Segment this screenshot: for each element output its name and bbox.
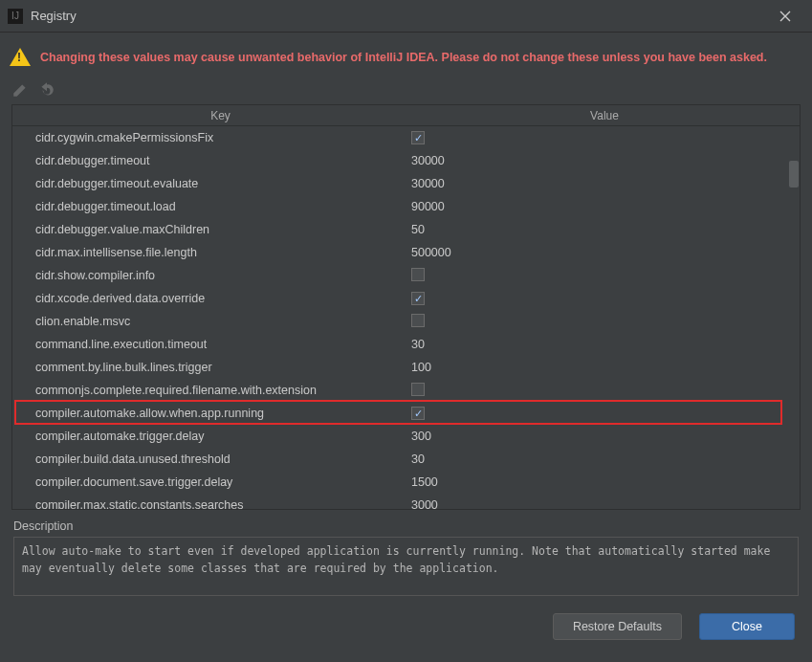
- registry-key: compiler.max.static.constants.searches: [32, 498, 409, 509]
- registry-key: compiler.build.data.unused.threshold: [32, 452, 409, 466]
- registry-key: cidr.cygwin.cmakePermissionsFix: [32, 131, 409, 144]
- registry-value[interactable]: [409, 268, 800, 284]
- checkbox[interactable]: [411, 268, 425, 281]
- table-row[interactable]: cidr.debugger.timeout.load90000: [12, 195, 800, 218]
- column-key[interactable]: Key: [32, 109, 409, 122]
- warning-bar: Changing these values may cause unwanted…: [6, 42, 806, 79]
- close-icon: [779, 11, 791, 22]
- table-row[interactable]: cidr.xcode.derived.data.override: [12, 287, 800, 310]
- table-row[interactable]: cidr.debugger.value.maxChildren50: [12, 218, 800, 241]
- checkbox[interactable]: [411, 131, 425, 144]
- registry-value[interactable]: [409, 314, 800, 330]
- table-row[interactable]: cidr.cygwin.cmakePermissionsFix: [12, 126, 800, 149]
- window-title: Registry: [31, 9, 766, 23]
- registry-value[interactable]: 100: [409, 361, 800, 374]
- registry-key: compiler.automake.trigger.delay: [32, 430, 409, 443]
- checkbox[interactable]: [411, 407, 425, 420]
- table-header: Key Value: [12, 105, 800, 126]
- registry-key: cidr.show.compiler.info: [32, 269, 409, 282]
- registry-value[interactable]: 30: [409, 452, 800, 466]
- table-row[interactable]: command.line.execution.timeout30: [12, 333, 800, 356]
- revert-icon[interactable]: [38, 81, 55, 99]
- registry-key: comment.by.line.bulk.lines.trigger: [32, 361, 409, 374]
- registry-table: Key Value cidr.cygwin.cmakePermissionsFi…: [11, 104, 801, 510]
- registry-value[interactable]: 1500: [409, 475, 800, 489]
- dialog-footer: Restore Defaults Close: [6, 607, 806, 650]
- registry-key: compiler.document.save.trigger.delay: [32, 475, 409, 489]
- registry-value[interactable]: [409, 292, 800, 306]
- registry-key: clion.enable.msvc: [32, 315, 409, 328]
- checkbox[interactable]: [411, 314, 425, 327]
- registry-value[interactable]: [409, 131, 800, 145]
- registry-value[interactable]: 300: [409, 430, 800, 443]
- restore-defaults-button[interactable]: Restore Defaults: [553, 613, 682, 640]
- registry-value[interactable]: 30: [409, 338, 800, 351]
- description-label: Description: [13, 519, 799, 533]
- table-row[interactable]: compiler.max.static.constants.searches30…: [12, 494, 800, 509]
- toolbar: [6, 79, 806, 104]
- close-dialog-button[interactable]: Close: [699, 613, 795, 640]
- registry-key: cidr.debugger.timeout: [32, 154, 409, 167]
- warning-icon: [10, 48, 31, 66]
- registry-key: command.line.execution.timeout: [32, 338, 409, 351]
- registry-key: cidr.debugger.timeout.load: [32, 200, 409, 213]
- registry-value[interactable]: [409, 383, 800, 399]
- column-value[interactable]: Value: [409, 109, 800, 122]
- table-row[interactable]: cidr.max.intellisense.file.length500000: [12, 241, 800, 264]
- table-row[interactable]: cidr.debugger.timeout.evaluate30000: [12, 172, 800, 195]
- registry-key: cidr.debugger.timeout.evaluate: [32, 177, 409, 190]
- checkbox[interactable]: [411, 383, 425, 396]
- table-row[interactable]: compiler.build.data.unused.threshold30: [12, 448, 800, 471]
- table-row[interactable]: comment.by.line.bulk.lines.trigger100: [12, 356, 800, 379]
- registry-value[interactable]: 500000: [409, 246, 800, 259]
- registry-value[interactable]: 50: [409, 223, 800, 236]
- registry-key: cidr.xcode.derived.data.override: [32, 292, 409, 305]
- close-button[interactable]: [766, 0, 804, 33]
- registry-key: cidr.max.intellisense.file.length: [32, 246, 409, 259]
- table-row[interactable]: cidr.debugger.timeout30000: [12, 149, 800, 172]
- table-row[interactable]: commonjs.complete.required.filename.with…: [12, 379, 800, 402]
- table-row[interactable]: compiler.automake.trigger.delay300: [12, 425, 800, 448]
- table-row[interactable]: clion.enable.msvc: [12, 310, 800, 333]
- checkbox[interactable]: [411, 292, 425, 305]
- table-row[interactable]: cidr.show.compiler.info: [12, 264, 800, 287]
- registry-value[interactable]: 30000: [409, 154, 800, 167]
- registry-key: cidr.debugger.value.maxChildren: [32, 223, 409, 236]
- vertical-scrollbar[interactable]: [788, 126, 800, 509]
- scroll-thumb[interactable]: [789, 161, 799, 188]
- registry-key: commonjs.complete.required.filename.with…: [32, 384, 409, 397]
- table-row[interactable]: compiler.automake.allow.when.app.running: [12, 402, 800, 425]
- table-body: cidr.cygwin.cmakePermissionsFixcidr.debu…: [12, 126, 800, 509]
- edit-icon[interactable]: [11, 81, 29, 99]
- registry-value[interactable]: [409, 407, 800, 421]
- registry-value[interactable]: 30000: [409, 177, 800, 190]
- description-box: Allow auto-make to start even if develop…: [13, 537, 799, 596]
- app-icon: IJ: [8, 9, 23, 24]
- warning-text: Changing these values may cause unwanted…: [40, 51, 767, 64]
- registry-key: compiler.automake.allow.when.app.running: [32, 407, 409, 420]
- table-row[interactable]: compiler.document.save.trigger.delay1500: [12, 471, 800, 494]
- registry-value[interactable]: 90000: [409, 200, 800, 213]
- title-bar: IJ Registry: [0, 0, 812, 33]
- registry-value[interactable]: 3000: [409, 498, 800, 509]
